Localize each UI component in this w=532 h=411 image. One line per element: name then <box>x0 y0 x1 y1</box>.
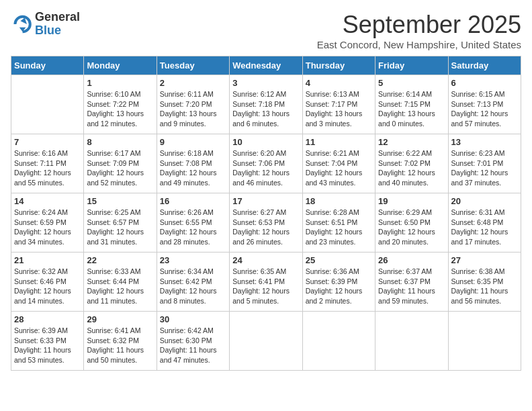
weekday-header-wednesday: Wednesday <box>230 56 302 75</box>
day-number: 22 <box>87 255 153 265</box>
day-info: Sunrise: 6:34 AM Sunset: 6:42 PM Dayligh… <box>160 267 226 306</box>
day-cell: 17Sunrise: 6:27 AM Sunset: 6:53 PM Dayli… <box>230 193 302 253</box>
day-cell: 27Sunrise: 6:38 AM Sunset: 6:35 PM Dayli… <box>448 253 521 312</box>
day-info: Sunrise: 6:38 AM Sunset: 6:35 PM Dayligh… <box>451 267 518 306</box>
week-row-4: 21Sunrise: 6:32 AM Sunset: 6:46 PM Dayli… <box>11 253 521 312</box>
week-row-1: 1Sunrise: 6:10 AM Sunset: 7:22 PM Daylig… <box>11 75 521 134</box>
day-info: Sunrise: 6:39 AM Sunset: 6:33 PM Dayligh… <box>14 326 81 365</box>
day-info: Sunrise: 6:14 AM Sunset: 7:15 PM Dayligh… <box>378 89 445 129</box>
day-number: 23 <box>160 255 226 265</box>
day-cell: 12Sunrise: 6:22 AM Sunset: 7:02 PM Dayli… <box>375 134 448 193</box>
day-cell: 9Sunrise: 6:18 AM Sunset: 7:08 PM Daylig… <box>157 134 229 193</box>
day-info: Sunrise: 6:28 AM Sunset: 6:51 PM Dayligh… <box>306 208 372 247</box>
day-cell: 8Sunrise: 6:17 AM Sunset: 7:09 PM Daylig… <box>84 134 157 193</box>
week-row-3: 14Sunrise: 6:24 AM Sunset: 6:59 PM Dayli… <box>11 193 521 253</box>
day-cell: 30Sunrise: 6:42 AM Sunset: 6:30 PM Dayli… <box>157 312 229 371</box>
weekday-header-monday: Monday <box>84 56 157 75</box>
day-cell: 28Sunrise: 6:39 AM Sunset: 6:33 PM Dayli… <box>11 312 84 371</box>
day-number: 21 <box>14 255 81 265</box>
logo: General Blue <box>11 11 80 38</box>
day-info: Sunrise: 6:17 AM Sunset: 7:09 PM Dayligh… <box>87 148 153 188</box>
day-cell <box>448 312 521 371</box>
day-info: Sunrise: 6:18 AM Sunset: 7:08 PM Dayligh… <box>160 148 226 188</box>
logo-text: General Blue <box>35 11 80 38</box>
page-header: General Blue September 2025 East Concord… <box>11 11 521 50</box>
month-year-title: September 2025 <box>317 11 521 39</box>
day-number: 7 <box>14 137 81 147</box>
weekday-header-saturday: Saturday <box>448 56 521 75</box>
day-cell: 18Sunrise: 6:28 AM Sunset: 6:51 PM Dayli… <box>302 193 375 253</box>
day-number: 30 <box>160 314 226 324</box>
day-info: Sunrise: 6:41 AM Sunset: 6:32 PM Dayligh… <box>87 326 153 365</box>
title-section: September 2025 East Concord, New Hampshi… <box>317 11 521 50</box>
day-info: Sunrise: 6:15 AM Sunset: 7:13 PM Dayligh… <box>451 89 518 129</box>
weekday-header-sunday: Sunday <box>11 56 84 75</box>
day-info: Sunrise: 6:20 AM Sunset: 7:06 PM Dayligh… <box>232 148 299 188</box>
day-cell: 19Sunrise: 6:29 AM Sunset: 6:50 PM Dayli… <box>375 193 448 253</box>
day-info: Sunrise: 6:42 AM Sunset: 6:30 PM Dayligh… <box>160 326 226 365</box>
day-cell: 16Sunrise: 6:26 AM Sunset: 6:55 PM Dayli… <box>157 193 229 253</box>
day-number: 27 <box>451 255 518 265</box>
day-info: Sunrise: 6:35 AM Sunset: 6:41 PM Dayligh… <box>232 267 299 306</box>
day-number: 2 <box>160 78 226 88</box>
location-subtitle: East Concord, New Hampshire, United Stat… <box>317 39 521 50</box>
day-cell: 7Sunrise: 6:16 AM Sunset: 7:11 PM Daylig… <box>11 134 84 193</box>
day-number: 6 <box>451 78 518 88</box>
day-cell: 4Sunrise: 6:13 AM Sunset: 7:17 PM Daylig… <box>302 75 375 134</box>
day-number: 17 <box>232 196 299 206</box>
day-number: 10 <box>232 137 299 147</box>
day-cell <box>375 312 448 371</box>
day-info: Sunrise: 6:12 AM Sunset: 7:18 PM Dayligh… <box>232 89 299 129</box>
day-info: Sunrise: 6:25 AM Sunset: 6:57 PM Dayligh… <box>87 208 153 247</box>
day-cell: 14Sunrise: 6:24 AM Sunset: 6:59 PM Dayli… <box>11 193 84 253</box>
day-cell: 21Sunrise: 6:32 AM Sunset: 6:46 PM Dayli… <box>11 253 84 312</box>
day-cell: 13Sunrise: 6:23 AM Sunset: 7:01 PM Dayli… <box>448 134 521 193</box>
day-number: 16 <box>160 196 226 206</box>
day-number: 12 <box>378 137 445 147</box>
day-cell: 25Sunrise: 6:36 AM Sunset: 6:39 PM Dayli… <box>302 253 375 312</box>
day-info: Sunrise: 6:24 AM Sunset: 6:59 PM Dayligh… <box>14 208 81 247</box>
day-info: Sunrise: 6:27 AM Sunset: 6:53 PM Dayligh… <box>232 208 299 247</box>
weekday-header-tuesday: Tuesday <box>157 56 229 75</box>
day-cell <box>302 312 375 371</box>
day-info: Sunrise: 6:33 AM Sunset: 6:44 PM Dayligh… <box>87 267 153 306</box>
day-info: Sunrise: 6:37 AM Sunset: 6:37 PM Dayligh… <box>378 267 445 306</box>
day-info: Sunrise: 6:26 AM Sunset: 6:55 PM Dayligh… <box>160 208 226 247</box>
day-info: Sunrise: 6:23 AM Sunset: 7:01 PM Dayligh… <box>451 148 518 188</box>
day-cell: 6Sunrise: 6:15 AM Sunset: 7:13 PM Daylig… <box>448 75 521 134</box>
day-info: Sunrise: 6:31 AM Sunset: 6:48 PM Dayligh… <box>451 208 518 247</box>
day-number: 11 <box>306 137 372 147</box>
day-cell: 5Sunrise: 6:14 AM Sunset: 7:15 PM Daylig… <box>375 75 448 134</box>
day-info: Sunrise: 6:32 AM Sunset: 6:46 PM Dayligh… <box>14 267 81 306</box>
week-row-5: 28Sunrise: 6:39 AM Sunset: 6:33 PM Dayli… <box>11 312 521 371</box>
day-number: 25 <box>306 255 372 265</box>
weekday-header-friday: Friday <box>375 56 448 75</box>
day-number: 29 <box>87 314 153 324</box>
day-cell: 1Sunrise: 6:10 AM Sunset: 7:22 PM Daylig… <box>84 75 157 134</box>
day-number: 5 <box>378 78 445 88</box>
day-cell: 23Sunrise: 6:34 AM Sunset: 6:42 PM Dayli… <box>157 253 229 312</box>
weekday-header-row: SundayMondayTuesdayWednesdayThursdayFrid… <box>11 56 521 75</box>
day-cell <box>11 75 84 134</box>
day-info: Sunrise: 6:36 AM Sunset: 6:39 PM Dayligh… <box>306 267 372 306</box>
day-cell <box>230 312 302 371</box>
day-info: Sunrise: 6:22 AM Sunset: 7:02 PM Dayligh… <box>378 148 445 188</box>
day-number: 9 <box>160 137 226 147</box>
day-cell: 26Sunrise: 6:37 AM Sunset: 6:37 PM Dayli… <box>375 253 448 312</box>
day-info: Sunrise: 6:21 AM Sunset: 7:04 PM Dayligh… <box>306 148 372 188</box>
calendar-table: SundayMondayTuesdayWednesdayThursdayFrid… <box>11 56 521 371</box>
day-number: 20 <box>451 196 518 206</box>
day-number: 18 <box>306 196 372 206</box>
day-number: 13 <box>451 137 518 147</box>
day-info: Sunrise: 6:10 AM Sunset: 7:22 PM Dayligh… <box>87 89 153 129</box>
day-cell: 22Sunrise: 6:33 AM Sunset: 6:44 PM Dayli… <box>84 253 157 312</box>
day-info: Sunrise: 6:13 AM Sunset: 7:17 PM Dayligh… <box>306 89 372 129</box>
day-cell: 2Sunrise: 6:11 AM Sunset: 7:20 PM Daylig… <box>157 75 229 134</box>
day-cell: 10Sunrise: 6:20 AM Sunset: 7:06 PM Dayli… <box>230 134 302 193</box>
day-info: Sunrise: 6:16 AM Sunset: 7:11 PM Dayligh… <box>14 148 81 188</box>
day-cell: 11Sunrise: 6:21 AM Sunset: 7:04 PM Dayli… <box>302 134 375 193</box>
day-info: Sunrise: 6:11 AM Sunset: 7:20 PM Dayligh… <box>160 89 226 129</box>
day-number: 19 <box>378 196 445 206</box>
day-number: 3 <box>232 78 299 88</box>
day-number: 1 <box>87 78 153 88</box>
